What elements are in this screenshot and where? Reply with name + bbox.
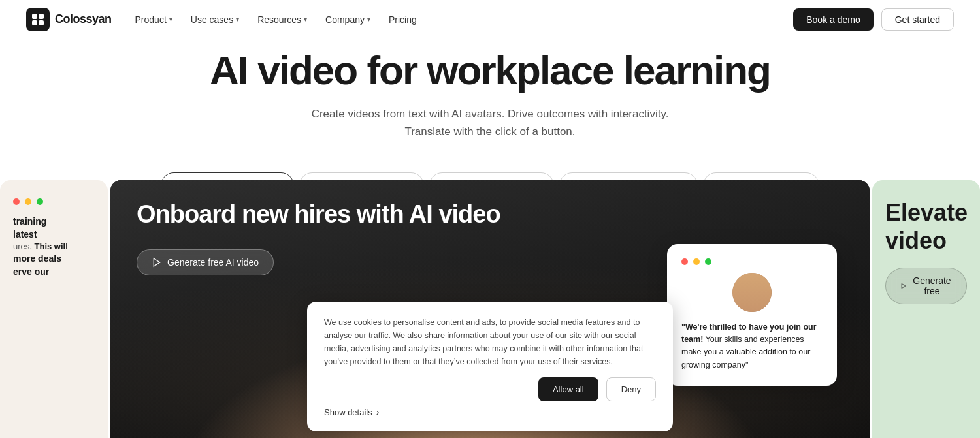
navbar: Colossyan Product ▾ Use cases ▾ Resource…	[0, 0, 980, 39]
nav-pricing[interactable]: Pricing	[389, 14, 417, 25]
nav-links: Product ▾ Use cases ▾ Resources ▾ Compan…	[135, 14, 417, 25]
quote-text: "We're thrilled to have you join our tea…	[681, 321, 823, 372]
dot-green-icon	[705, 258, 711, 265]
card-right-title: Elevate video	[885, 198, 967, 255]
cookie-actions: Allow all Deny	[324, 377, 656, 401]
chevron-down-icon: ▾	[304, 16, 307, 23]
chevron-down-icon: ▾	[236, 16, 239, 23]
logo-icon	[26, 8, 50, 31]
hero-subtitle-1: Create videos from text with AI avatars.…	[0, 105, 980, 123]
svg-rect-0	[32, 14, 37, 19]
hero-subtitle-2: Translate with the click of a button.	[0, 123, 980, 140]
nav-right: Book a demo Get started	[793, 8, 954, 31]
allow-all-button[interactable]: Allow all	[538, 377, 598, 401]
nav-resources[interactable]: Resources ▾	[257, 14, 307, 25]
nav-company[interactable]: Company ▾	[325, 14, 370, 25]
window-dots-left	[13, 198, 95, 205]
dot-red-icon	[13, 198, 20, 205]
floating-testimonial-card: "We're thrilled to have you join our tea…	[667, 244, 837, 386]
svg-rect-1	[39, 14, 44, 19]
left-partial-text: training latest ures. This will more dea…	[13, 215, 95, 279]
show-details-link[interactable]: Show details ›	[324, 407, 656, 417]
card-left-inner: training latest ures. This will more dea…	[0, 180, 108, 438]
book-demo-button[interactable]: Book a demo	[793, 8, 874, 31]
svg-marker-7	[154, 258, 159, 266]
get-started-button[interactable]: Get started	[881, 8, 954, 31]
cookie-text: We use cookies to personalise content an…	[324, 316, 656, 368]
logo-text: Colossyan	[55, 12, 112, 26]
card-main-title: Onboard new hires with AI video	[137, 200, 843, 230]
chevron-down-icon: ▾	[169, 16, 172, 23]
nav-usecases[interactable]: Use cases ▾	[191, 14, 239, 25]
card-left-partial: training latest ures. This will more dea…	[0, 180, 108, 438]
hero-title: AI video for workplace learning	[0, 47, 980, 93]
dot-yellow-icon	[693, 258, 700, 265]
logo[interactable]: Colossyan	[26, 8, 112, 31]
avatar	[732, 273, 772, 312]
card-right-partial: Elevate video Generate free	[872, 180, 980, 438]
deny-button[interactable]: Deny	[606, 377, 656, 401]
dot-green-icon	[37, 198, 43, 205]
svg-rect-2	[32, 20, 37, 25]
svg-rect-3	[39, 20, 44, 25]
dot-red-icon	[681, 258, 688, 265]
generate-video-button[interactable]: Generate free AI video	[137, 249, 274, 275]
nav-product[interactable]: Product ▾	[135, 14, 172, 25]
dot-yellow-icon	[25, 198, 31, 205]
arrow-right-icon: ›	[376, 407, 380, 417]
nav-left: Colossyan Product ▾ Use cases ▾ Resource…	[26, 8, 417, 31]
card-right-inner: Elevate video Generate free	[872, 180, 980, 438]
floating-card-dots	[681, 258, 823, 265]
cookie-banner: We use cookies to personalise content an…	[307, 302, 673, 431]
avatar-face	[732, 273, 772, 312]
svg-marker-8	[902, 284, 906, 289]
chevron-down-icon: ▾	[367, 16, 370, 23]
generate-free-button[interactable]: Generate free	[885, 268, 967, 304]
